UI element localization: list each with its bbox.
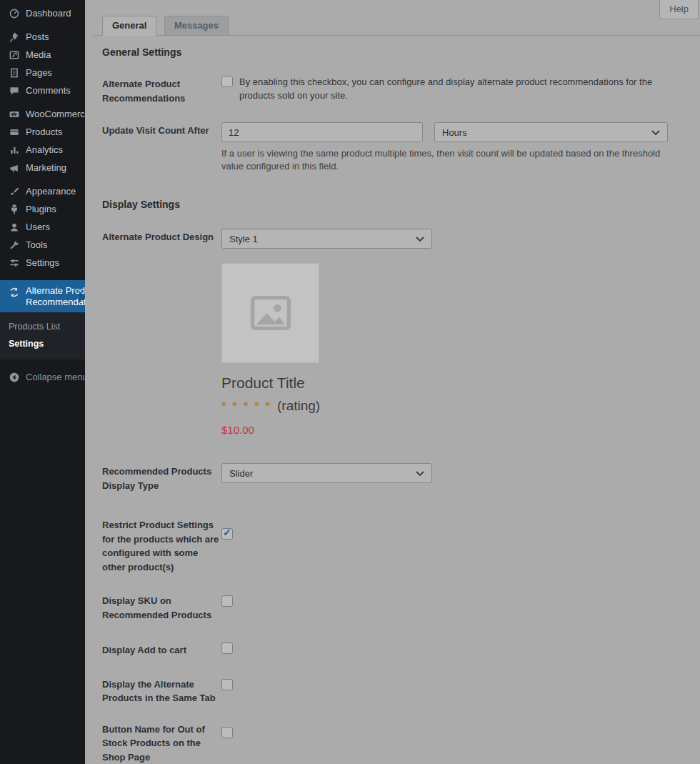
restrict-product-settings-checkbox[interactable] bbox=[221, 528, 233, 540]
sidebar-item-posts[interactable]: Posts bbox=[0, 28, 85, 46]
sidebar-item-pages[interactable]: Pages bbox=[0, 64, 85, 81]
display-type-row: Recommended Products Display Type Slider bbox=[102, 463, 683, 492]
submenu-item-products-list[interactable]: Products List bbox=[0, 318, 85, 335]
sidebar-item-label: WooCommerce bbox=[26, 109, 90, 119]
visit-count-unit-value: Hours bbox=[442, 127, 467, 138]
sidebar-item-label: Dashboard bbox=[26, 8, 71, 19]
rating-label: (rating) bbox=[277, 398, 320, 414]
product-design-select[interactable]: Style 1 bbox=[221, 229, 432, 249]
sidebar-item-appearance[interactable]: Appearance bbox=[0, 182, 85, 200]
sidebar-item-label: Appearance bbox=[26, 186, 76, 197]
submenu-item-settings[interactable]: Settings bbox=[0, 335, 85, 352]
same-tab-checkbox[interactable] bbox=[221, 679, 233, 690]
sidebar-item-alternate-product-recommendations[interactable]: Alternate Product Recommendations bbox=[0, 280, 85, 312]
pages-icon bbox=[8, 66, 20, 79]
sidebar-item-products[interactable]: Products bbox=[0, 123, 85, 141]
out-of-stock-button-checkbox[interactable] bbox=[221, 727, 233, 738]
chevron-down-icon bbox=[416, 471, 424, 477]
sidebar-item-label: Marketing bbox=[26, 162, 66, 173]
restrict-product-settings-label: Restrict Product Settings for the produc… bbox=[102, 517, 221, 574]
sidebar-item-dashboard[interactable]: Dashboard bbox=[0, 4, 85, 22]
display-add-to-cart-label: Display Add to cart bbox=[102, 642, 221, 658]
sidebar-item-marketing[interactable]: Marketing bbox=[0, 159, 85, 177]
wrench-icon bbox=[8, 239, 20, 251]
settings-form: General Settings Alternate Product Recom… bbox=[85, 46, 700, 764]
products-icon bbox=[8, 126, 20, 138]
same-tab-label: Display the Alternate Products in the Sa… bbox=[102, 676, 221, 705]
display-sku-label: Display SKU on Recommended Products bbox=[102, 592, 221, 622]
sidebar-item-tools[interactable]: Tools bbox=[0, 236, 85, 254]
sidebar-item-settings[interactable]: Settings bbox=[0, 254, 85, 272]
chevron-down-icon bbox=[416, 237, 424, 242]
visit-count-help-text: If a user is viewing the same product mu… bbox=[221, 147, 683, 173]
sidebar-item-label: Analytics bbox=[26, 144, 63, 155]
display-settings-heading: Display Settings bbox=[102, 199, 683, 210]
out-of-stock-button-label: Button Name for Out of Stock Products on… bbox=[102, 721, 221, 764]
tab-general[interactable]: General bbox=[102, 16, 156, 36]
sidebar-item-label: Posts bbox=[26, 31, 49, 42]
display-type-label: Recommended Products Display Type bbox=[102, 463, 221, 492]
display-add-to-cart-checkbox[interactable] bbox=[221, 643, 233, 654]
same-tab-row: Display the Alternate Products in the Sa… bbox=[102, 676, 683, 705]
dashboard-icon bbox=[8, 7, 20, 19]
sidebar-item-label: Pages bbox=[26, 67, 52, 78]
product-design-row: Alternate Product Design Style 1 bbox=[102, 229, 683, 249]
sidebar-item-label: Users bbox=[26, 222, 50, 232]
visit-count-input[interactable] bbox=[221, 122, 423, 142]
display-sku-row: Display SKU on Recommended Products bbox=[102, 592, 683, 622]
product-preview: Product Title * * * * * (rating) $10.00 bbox=[221, 263, 683, 436]
product-design-label: Alternate Product Design bbox=[102, 229, 221, 244]
megaphone-icon bbox=[8, 162, 20, 174]
woocommerce-icon bbox=[8, 108, 20, 120]
sidebar-item-label: Plugins bbox=[26, 204, 56, 214]
sidebar-item-comments[interactable]: Comments bbox=[0, 81, 85, 99]
display-type-value: Slider bbox=[229, 468, 253, 479]
wp-admin-page: Dashboard Posts Media Pages Comments Woo… bbox=[0, 0, 700, 764]
sidebar-item-label: Comments bbox=[26, 85, 71, 96]
collapse-menu-label: Collapse menu bbox=[26, 372, 88, 382]
sidebar-item-label: Products bbox=[26, 126, 62, 137]
sidebar-item-media[interactable]: Media bbox=[0, 46, 85, 64]
user-icon bbox=[8, 221, 20, 233]
circular-arrows-icon bbox=[8, 286, 20, 298]
enable-recommendations-label: Alternate Product Recommendations bbox=[102, 76, 221, 105]
restrict-product-settings-row: Restrict Product Settings for the produc… bbox=[102, 517, 683, 574]
out-of-stock-button-row: Button Name for Out of Stock Products on… bbox=[102, 721, 683, 764]
sidebar-item-plugins[interactable]: Plugins bbox=[0, 200, 85, 218]
pushpin-icon bbox=[8, 31, 20, 43]
product-image-placeholder bbox=[221, 263, 319, 363]
enable-recommendations-description: By enabling this checkbox, you can confi… bbox=[239, 76, 683, 103]
help-button[interactable]: Help bbox=[659, 0, 699, 19]
sidebar-item-label: Settings bbox=[26, 257, 59, 268]
collapse-menu-button[interactable]: Collapse menu bbox=[0, 368, 85, 386]
rating-stars: * * * * * bbox=[221, 400, 271, 414]
display-add-to-cart-row: Display Add to cart bbox=[102, 642, 683, 658]
chevron-down-icon bbox=[651, 130, 660, 136]
plug-icon bbox=[8, 203, 20, 215]
media-icon bbox=[8, 49, 20, 61]
sidebar-item-woocommerce[interactable]: WooCommerce bbox=[0, 105, 85, 123]
analytics-icon bbox=[8, 144, 20, 156]
sliders-icon bbox=[8, 257, 20, 269]
preview-product-price: $10.00 bbox=[221, 424, 683, 436]
enable-recommendations-row: Alternate Product Recommendations By ena… bbox=[102, 76, 683, 105]
visit-count-unit-select[interactable]: Hours bbox=[434, 122, 668, 142]
visit-count-row: Update Visit Count After Hours If a user… bbox=[102, 122, 683, 173]
sidebar-item-label: Tools bbox=[26, 239, 47, 250]
preview-product-title: Product Title bbox=[221, 374, 683, 392]
collapse-arrow-icon bbox=[8, 371, 20, 383]
sidebar-item-users[interactable]: Users bbox=[0, 218, 85, 236]
visit-count-label: Update Visit Count After bbox=[102, 122, 221, 138]
general-settings-heading: General Settings bbox=[102, 46, 683, 58]
sidebar-item-analytics[interactable]: Analytics bbox=[0, 141, 85, 159]
display-sku-checkbox[interactable] bbox=[221, 595, 233, 607]
comments-icon bbox=[8, 84, 20, 96]
sidebar-submenu: Products List Settings bbox=[0, 312, 85, 359]
preview-rating-row: * * * * * (rating) bbox=[221, 398, 683, 414]
settings-tabs: General Messages bbox=[94, 16, 700, 36]
product-design-value: Style 1 bbox=[229, 234, 258, 244]
display-type-select[interactable]: Slider bbox=[221, 463, 432, 483]
enable-recommendations-checkbox[interactable] bbox=[221, 76, 233, 87]
tab-messages[interactable]: Messages bbox=[164, 16, 229, 36]
sidebar-item-label: Media bbox=[26, 49, 51, 60]
